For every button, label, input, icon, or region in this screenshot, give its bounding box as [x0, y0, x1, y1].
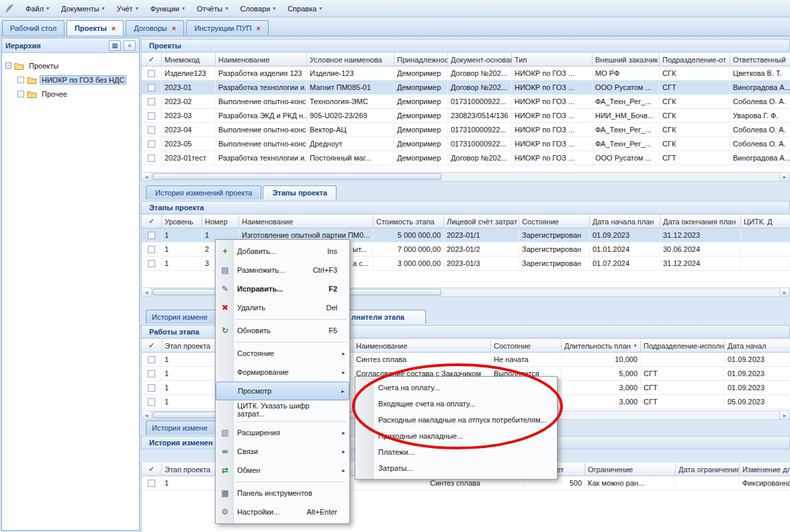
context-menu-item[interactable]: ▧Расширения►: [216, 423, 349, 442]
context-menu-item[interactable]: ✎Исправить...F2: [216, 279, 349, 298]
tab-project-stages[interactable]: Этапы проекта: [263, 185, 337, 200]
menu-file[interactable]: Файл▾: [19, 2, 55, 15]
table-row[interactable]: 2023-01тестРазработка технологии и...Пос…: [142, 151, 790, 165]
context-menu-item[interactable]: ▦Панель инструментов: [216, 484, 349, 502]
table-row[interactable]: Изделие123Разработка изделия 123Изделие-…: [142, 66, 790, 81]
column-header[interactable]: Длительность план▼: [562, 339, 641, 353]
check-column-header[interactable]: ✓: [142, 214, 162, 228]
row-checkbox[interactable]: [148, 84, 155, 91]
table-row[interactable]: 2023-03Разработка ЭКД и РКД н...905-U020…: [142, 109, 790, 123]
column-header[interactable]: Этап проекта: [162, 462, 222, 476]
tree-checkbox[interactable]: [17, 77, 24, 83]
menu-documents[interactable]: Документы▾: [55, 2, 111, 15]
submenu-item[interactable]: Входящие счета на оплату...: [355, 396, 557, 412]
column-header[interactable]: Дата начала план: [590, 214, 660, 228]
check-column-header[interactable]: ✓: [142, 52, 162, 66]
column-header[interactable]: Наименование: [239, 214, 374, 228]
menu-reports[interactable]: Отчёты▾: [191, 2, 234, 15]
scroll-left-button[interactable]: ◄: [142, 411, 152, 419]
row-checkbox[interactable]: [148, 70, 155, 77]
scroll-right-button[interactable]: ►: [779, 288, 789, 296]
context-menu-item[interactable]: ЦИТК. Указать шифр затрат...: [216, 400, 349, 419]
row-checkbox[interactable]: [148, 370, 155, 378]
row-checkbox[interactable]: [148, 140, 155, 148]
grid-view-icon[interactable]: ▦: [109, 40, 121, 51]
submenu-item[interactable]: Расходные накладные на отпуск потребител…: [355, 412, 557, 428]
close-icon[interactable]: ×: [112, 25, 116, 32]
column-header[interactable]: Наименование: [353, 339, 491, 353]
scroll-right-button[interactable]: ►: [779, 173, 789, 181]
column-header[interactable]: Условное наименова: [307, 52, 394, 66]
tab-project-history[interactable]: История изменений проекта: [146, 185, 261, 200]
row-checkbox[interactable]: [148, 112, 155, 120]
context-menu-item[interactable]: ✖УдалитьDel: [216, 298, 349, 317]
column-header[interactable]: Документ-основан: [448, 52, 512, 66]
menu-dictionaries[interactable]: Словари▾: [234, 2, 281, 15]
tree-checkbox[interactable]: [17, 91, 24, 97]
submenu-item[interactable]: Затраты...: [355, 460, 557, 476]
column-header[interactable]: Подразделение-от: [660, 52, 730, 66]
check-column-header[interactable]: ✓: [142, 462, 162, 476]
column-header[interactable]: Уровень: [162, 214, 202, 228]
row-checkbox[interactable]: [148, 260, 155, 267]
context-menu-item[interactable]: ⚙Настройки...Alt+Enter: [216, 502, 349, 521]
column-header[interactable]: ЦИТК. Д: [741, 214, 790, 228]
column-header[interactable]: Ответственный: [730, 52, 790, 66]
column-header[interactable]: Стоимость этапа: [374, 214, 444, 228]
tree-item-other[interactable]: Прочее: [5, 87, 136, 101]
context-menu-item[interactable]: ⇄Обмен►: [216, 461, 349, 480]
column-header[interactable]: Номер: [202, 214, 239, 228]
submenu-item[interactable]: Счета на оплату...: [355, 380, 557, 396]
menu-help[interactable]: Справка▾: [281, 2, 328, 15]
scroll-left-button[interactable]: ◄: [142, 173, 152, 181]
context-menu-item[interactable]: Формирование►: [216, 363, 349, 382]
column-header[interactable]: Состояние: [519, 214, 590, 228]
collapse-panel-button[interactable]: «: [124, 40, 136, 51]
table-row[interactable]: 2023-02Выполнение опытно-конс...Технолог…: [142, 95, 790, 109]
submenu-item[interactable]: Платежи...: [355, 444, 557, 460]
tab-contracts[interactable]: Договоры×: [126, 20, 184, 36]
context-menu-item[interactable]: +Добавить...Ins: [216, 242, 349, 261]
column-header[interactable]: Тип: [512, 52, 592, 66]
context-menu-item[interactable]: ▤Размножить...Ctrl+F3: [216, 261, 349, 279]
tab-instructions[interactable]: Инструкции ПУП×: [186, 20, 269, 36]
column-header[interactable]: Наименование: [216, 52, 307, 66]
tab-desktop[interactable]: Рабочий стол: [2, 20, 64, 36]
menu-functions[interactable]: Функции▾: [144, 2, 191, 15]
column-header[interactable]: Этап проекта: [162, 339, 222, 353]
tree-item-niokr[interactable]: НИОКР по ГОЗ без НДС: [5, 73, 136, 87]
column-header[interactable]: Подразделение-исполнитель..: [641, 339, 725, 353]
column-header[interactable]: Дата начал: [725, 339, 790, 353]
column-header[interactable]: Ограничение: [585, 462, 676, 476]
row-checkbox[interactable]: [148, 98, 155, 105]
column-header[interactable]: Изменение длите...: [740, 462, 790, 476]
context-menu-item[interactable]: Просмотр►: [216, 382, 349, 400]
column-header[interactable]: Лицевой счёт затрат: [444, 214, 519, 228]
tree-item-projects[interactable]: − Проекты: [5, 58, 136, 73]
row-checkbox[interactable]: [148, 398, 155, 406]
scrollbar-thumb[interactable]: [152, 173, 441, 180]
context-menu-item[interactable]: ↻ОбновитьF5: [216, 321, 349, 340]
submenu-item[interactable]: Приходные накладные...: [355, 428, 557, 444]
row-checkbox[interactable]: [148, 126, 155, 134]
check-column-header[interactable]: ✓: [142, 339, 162, 353]
scroll-left-button[interactable]: ◄: [142, 288, 152, 296]
menu-accounting[interactable]: Учёт▾: [111, 2, 144, 15]
context-menu-item[interactable]: ∞Связи►: [216, 442, 349, 461]
close-icon[interactable]: ×: [256, 25, 260, 32]
row-checkbox[interactable]: [148, 480, 155, 487]
table-row[interactable]: 2023-01Разработка технологии и...Магнит …: [142, 81, 790, 95]
row-checkbox[interactable]: [148, 246, 155, 253]
column-header[interactable]: Мнемокод: [162, 52, 216, 66]
table-row[interactable]: 2023-04Выполнение опытно-конс...Вектор-А…: [142, 123, 790, 137]
column-header[interactable]: Принадлежность: [394, 52, 448, 66]
column-header[interactable]: Дата ограничения: [676, 462, 740, 476]
row-checkbox[interactable]: [148, 384, 155, 392]
column-header[interactable]: Внешний заказчик: [592, 52, 660, 66]
tab-projects[interactable]: Проекты×: [67, 20, 124, 36]
column-header[interactable]: Дата окончания план: [660, 214, 741, 228]
close-icon[interactable]: ×: [172, 25, 176, 32]
table-row[interactable]: 2023-05Выполнение опытно-конс...Дредноут…: [142, 137, 790, 151]
row-checkbox[interactable]: [148, 356, 155, 363]
row-checkbox[interactable]: [148, 232, 155, 239]
